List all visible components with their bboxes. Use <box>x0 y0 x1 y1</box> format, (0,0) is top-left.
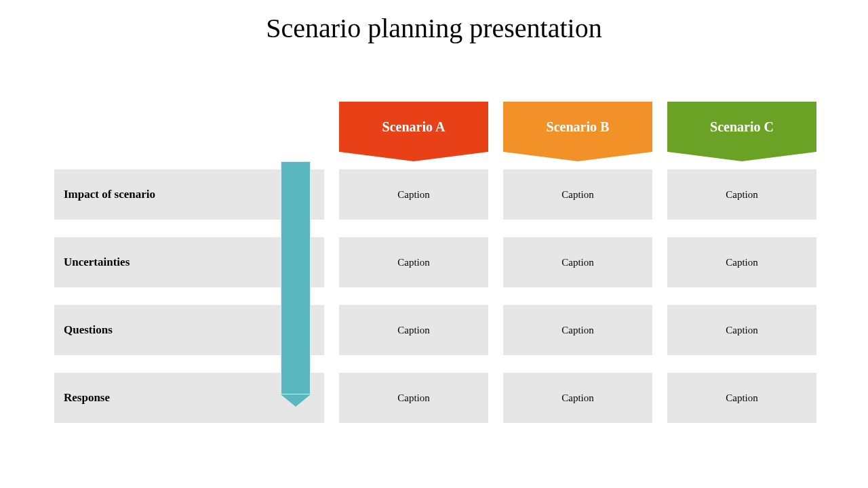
cell-questions-a: Caption <box>339 305 488 355</box>
col-header-scenario-b: Scenario B <box>503 102 652 152</box>
down-arrow-icon <box>281 161 311 407</box>
col-header-scenario-c: Scenario C <box>667 102 816 152</box>
cell-response-a: Caption <box>339 373 488 423</box>
cell-impact-c: Caption <box>667 169 816 220</box>
header-spacer <box>54 102 324 152</box>
col-header-scenario-a: Scenario A <box>339 102 488 152</box>
cell-uncertainties-b: Caption <box>503 237 652 287</box>
cell-response-c: Caption <box>667 373 816 423</box>
cell-impact-b: Caption <box>503 169 652 220</box>
cell-questions-b: Caption <box>503 305 652 355</box>
scenario-grid: Scenario A Scenario B Scenario C Impact … <box>54 102 814 423</box>
cell-uncertainties-c: Caption <box>667 237 816 287</box>
cell-uncertainties-a: Caption <box>339 237 488 287</box>
cell-questions-c: Caption <box>667 305 816 355</box>
cell-impact-a: Caption <box>339 169 488 220</box>
page-title: Scenario planning presentation <box>0 0 868 44</box>
cell-response-b: Caption <box>503 373 652 423</box>
